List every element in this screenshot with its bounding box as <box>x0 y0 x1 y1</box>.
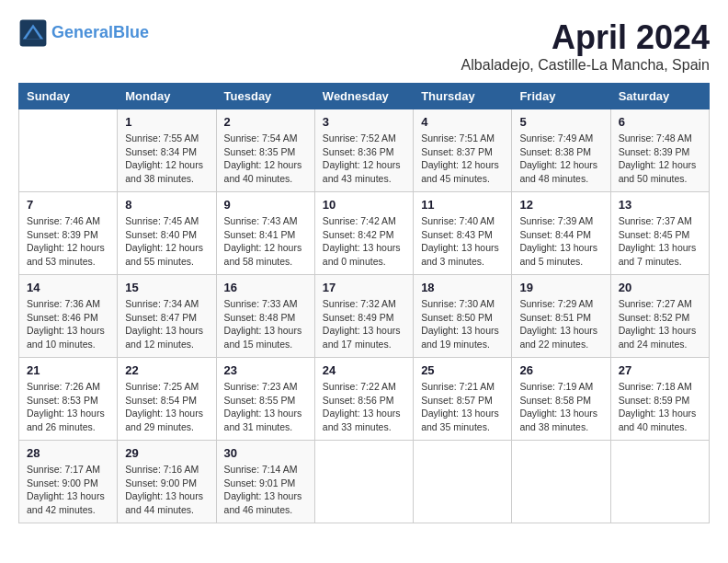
day-number: 18 <box>421 281 504 294</box>
weekday-header: Sunday <box>19 84 118 109</box>
day-info: Sunrise: 7:36 AMSunset: 8:46 PMDaylight:… <box>27 297 109 351</box>
calendar-cell: 17Sunrise: 7:32 AMSunset: 8:49 PMDayligh… <box>314 275 413 358</box>
weekday-header: Tuesday <box>216 84 314 109</box>
calendar-cell: 1Sunrise: 7:55 AMSunset: 8:34 PMDaylight… <box>118 109 216 192</box>
calendar-cell: 25Sunrise: 7:21 AMSunset: 8:57 PMDayligh… <box>414 358 512 441</box>
calendar-week-row: 21Sunrise: 7:26 AMSunset: 8:53 PMDayligh… <box>19 358 710 441</box>
day-number: 26 <box>519 363 602 377</box>
calendar-cell: 9Sunrise: 7:43 AMSunset: 8:41 PMDaylight… <box>216 192 314 275</box>
title-block: April 2024 Albaladejo, Castille-La Manch… <box>461 18 710 74</box>
calendar-cell: 13Sunrise: 7:37 AMSunset: 8:45 PMDayligh… <box>610 192 709 275</box>
calendar-cell <box>19 109 118 192</box>
day-info: Sunrise: 7:46 AMSunset: 8:39 PMDaylight:… <box>27 214 109 269</box>
calendar-cell: 30Sunrise: 7:14 AMSunset: 9:01 PMDayligh… <box>216 441 314 523</box>
day-info: Sunrise: 7:29 AMSunset: 8:51 PMDaylight:… <box>519 297 602 351</box>
day-info: Sunrise: 7:40 AMSunset: 8:43 PMDaylight:… <box>421 214 504 269</box>
day-info: Sunrise: 7:17 AMSunset: 9:00 PMDaylight:… <box>27 463 109 517</box>
day-info: Sunrise: 7:54 AMSunset: 8:35 PMDaylight:… <box>224 132 307 186</box>
day-number: 13 <box>619 198 701 212</box>
day-info: Sunrise: 7:30 AMSunset: 8:50 PMDaylight:… <box>421 297 504 351</box>
day-number: 6 <box>619 115 701 129</box>
calendar-cell <box>414 441 512 523</box>
logo: GeneralBlue <box>18 18 149 48</box>
day-info: Sunrise: 7:16 AMSunset: 9:00 PMDaylight:… <box>125 463 208 517</box>
page-header: GeneralBlue April 2024 Albaladejo, Casti… <box>18 18 710 74</box>
day-number: 25 <box>421 363 504 377</box>
weekday-header: Monday <box>118 84 216 109</box>
day-info: Sunrise: 7:43 AMSunset: 8:41 PMDaylight:… <box>224 214 307 269</box>
calendar-week-row: 7Sunrise: 7:46 AMSunset: 8:39 PMDaylight… <box>19 192 710 275</box>
day-info: Sunrise: 7:52 AMSunset: 8:36 PMDaylight:… <box>323 132 405 186</box>
day-number: 20 <box>619 281 701 294</box>
calendar-cell: 28Sunrise: 7:17 AMSunset: 9:00 PMDayligh… <box>19 441 118 523</box>
calendar-table: SundayMondayTuesdayWednesdayThursdayFrid… <box>18 83 710 523</box>
day-info: Sunrise: 7:18 AMSunset: 8:59 PMDaylight:… <box>619 380 701 434</box>
calendar-body: 1Sunrise: 7:55 AMSunset: 8:34 PMDaylight… <box>19 109 710 523</box>
calendar-cell: 19Sunrise: 7:29 AMSunset: 8:51 PMDayligh… <box>512 275 610 358</box>
day-info: Sunrise: 7:51 AMSunset: 8:37 PMDaylight:… <box>421 132 504 186</box>
logo-text: GeneralBlue <box>51 24 149 42</box>
day-info: Sunrise: 7:42 AMSunset: 8:42 PMDaylight:… <box>323 214 405 269</box>
calendar-cell: 11Sunrise: 7:40 AMSunset: 8:43 PMDayligh… <box>414 192 512 275</box>
day-info: Sunrise: 7:27 AMSunset: 8:52 PMDaylight:… <box>619 297 701 351</box>
calendar-cell: 12Sunrise: 7:39 AMSunset: 8:44 PMDayligh… <box>512 192 610 275</box>
day-info: Sunrise: 7:49 AMSunset: 8:38 PMDaylight:… <box>519 132 602 186</box>
day-number: 5 <box>519 115 602 129</box>
day-info: Sunrise: 7:19 AMSunset: 8:58 PMDaylight:… <box>519 380 602 434</box>
day-number: 17 <box>323 281 405 294</box>
day-number: 29 <box>125 446 208 460</box>
calendar-cell: 29Sunrise: 7:16 AMSunset: 9:00 PMDayligh… <box>118 441 216 523</box>
calendar-cell: 20Sunrise: 7:27 AMSunset: 8:52 PMDayligh… <box>610 275 709 358</box>
day-number: 12 <box>519 198 602 212</box>
weekday-header: Saturday <box>610 84 709 109</box>
calendar-cell: 15Sunrise: 7:34 AMSunset: 8:47 PMDayligh… <box>118 275 216 358</box>
day-number: 4 <box>421 115 504 129</box>
day-info: Sunrise: 7:33 AMSunset: 8:48 PMDaylight:… <box>224 297 307 351</box>
day-info: Sunrise: 7:34 AMSunset: 8:47 PMDaylight:… <box>125 297 208 351</box>
day-info: Sunrise: 7:22 AMSunset: 8:56 PMDaylight:… <box>323 380 405 434</box>
calendar-cell: 10Sunrise: 7:42 AMSunset: 8:42 PMDayligh… <box>314 192 413 275</box>
location-title: Albaladejo, Castille-La Mancha, Spain <box>461 57 710 74</box>
calendar-cell: 3Sunrise: 7:52 AMSunset: 8:36 PMDaylight… <box>314 109 413 192</box>
calendar-cell: 14Sunrise: 7:36 AMSunset: 8:46 PMDayligh… <box>19 275 118 358</box>
day-number: 15 <box>125 281 208 294</box>
calendar-cell: 5Sunrise: 7:49 AMSunset: 8:38 PMDaylight… <box>512 109 610 192</box>
logo-icon <box>18 18 48 48</box>
day-info: Sunrise: 7:25 AMSunset: 8:54 PMDaylight:… <box>125 380 208 434</box>
day-number: 1 <box>125 115 208 129</box>
month-title: April 2024 <box>461 18 710 57</box>
calendar-week-row: 28Sunrise: 7:17 AMSunset: 9:00 PMDayligh… <box>19 441 710 523</box>
calendar-cell: 16Sunrise: 7:33 AMSunset: 8:48 PMDayligh… <box>216 275 314 358</box>
day-info: Sunrise: 7:39 AMSunset: 8:44 PMDaylight:… <box>519 214 602 269</box>
day-number: 19 <box>519 281 602 294</box>
weekday-header: Friday <box>512 84 610 109</box>
weekday-header: Wednesday <box>314 84 413 109</box>
day-number: 11 <box>421 198 504 212</box>
calendar-cell: 18Sunrise: 7:30 AMSunset: 8:50 PMDayligh… <box>414 275 512 358</box>
calendar-cell <box>610 441 709 523</box>
calendar-cell: 4Sunrise: 7:51 AMSunset: 8:37 PMDaylight… <box>414 109 512 192</box>
calendar-cell <box>512 441 610 523</box>
calendar-header-row: SundayMondayTuesdayWednesdayThursdayFrid… <box>19 84 710 109</box>
day-info: Sunrise: 7:23 AMSunset: 8:55 PMDaylight:… <box>224 380 307 434</box>
day-info: Sunrise: 7:48 AMSunset: 8:39 PMDaylight:… <box>619 132 701 186</box>
day-number: 16 <box>224 281 307 294</box>
calendar-cell: 27Sunrise: 7:18 AMSunset: 8:59 PMDayligh… <box>610 358 709 441</box>
calendar-cell: 24Sunrise: 7:22 AMSunset: 8:56 PMDayligh… <box>314 358 413 441</box>
day-number: 2 <box>224 115 307 129</box>
day-number: 8 <box>125 198 208 212</box>
day-number: 9 <box>224 198 307 212</box>
day-number: 7 <box>27 198 109 212</box>
day-info: Sunrise: 7:26 AMSunset: 8:53 PMDaylight:… <box>27 380 109 434</box>
day-number: 22 <box>125 363 208 377</box>
calendar-week-row: 1Sunrise: 7:55 AMSunset: 8:34 PMDaylight… <box>19 109 710 192</box>
calendar-cell: 22Sunrise: 7:25 AMSunset: 8:54 PMDayligh… <box>118 358 216 441</box>
day-info: Sunrise: 7:45 AMSunset: 8:40 PMDaylight:… <box>125 214 208 269</box>
calendar-cell: 23Sunrise: 7:23 AMSunset: 8:55 PMDayligh… <box>216 358 314 441</box>
day-info: Sunrise: 7:55 AMSunset: 8:34 PMDaylight:… <box>125 132 208 186</box>
day-number: 23 <box>224 363 307 377</box>
day-info: Sunrise: 7:32 AMSunset: 8:49 PMDaylight:… <box>323 297 405 351</box>
day-number: 14 <box>27 281 109 294</box>
day-info: Sunrise: 7:37 AMSunset: 8:45 PMDaylight:… <box>619 214 701 269</box>
day-info: Sunrise: 7:21 AMSunset: 8:57 PMDaylight:… <box>421 380 504 434</box>
